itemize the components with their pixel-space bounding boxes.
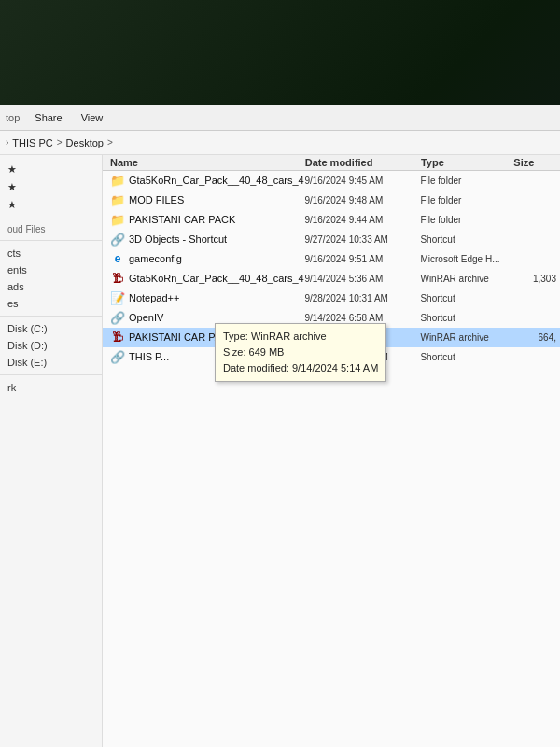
col-header-date[interactable]: Date modified (305, 157, 421, 168)
notepad-icon: 📝 (110, 290, 125, 305)
thispc-shortcut-icon: 🔗 (110, 349, 125, 364)
cloud-files-label: oud Files (0, 222, 102, 236)
file-date: 9/14/2024 6:58 AM (304, 313, 420, 323)
file-tooltip: Type: WinRAR archive Size: 649 MB Date m… (215, 323, 386, 382)
table-row[interactable]: 🔗 3D Objects - Shortcut 9/27/2024 10:33 … (103, 230, 560, 249)
address-bar: › THIS PC > Desktop > (0, 131, 560, 155)
screen: top Share View › THIS PC > Desktop > ★ ★… (0, 0, 560, 747)
file-date: 9/16/2024 9:51 AM (304, 254, 420, 264)
tooltip-date: Date modified: 9/14/2024 5:14 AM (223, 360, 378, 376)
sidebar-item-cts[interactable]: cts (0, 245, 102, 261)
table-row[interactable]: 🗜 Gta5KoRn_Car_Pack__40_48_cars_41_.... … (103, 269, 560, 289)
file-date: 9/14/2024 5:36 AM (304, 274, 420, 284)
sidebar-divider1 (0, 218, 102, 218)
file-date: 9/16/2024 9:45 AM (304, 176, 420, 186)
file-name: 🗜 Gta5KoRn_Car_Pack__40_48_cars_41_.... (103, 271, 304, 286)
window-title-stub: top (6, 112, 25, 123)
sidebar-item-es[interactable]: es (0, 295, 102, 312)
sidebar-item-rk[interactable]: rk (0, 379, 102, 396)
sidebar-divider2 (0, 240, 102, 241)
file-type: Shortcut (420, 352, 512, 362)
toolbar: top Share View (0, 105, 560, 131)
sidebar-item-star2[interactable]: ★ (0, 178, 102, 196)
sidebar-item-diskc[interactable]: Disk (C:) (0, 320, 102, 337)
col-header-size[interactable]: Size (513, 157, 560, 168)
sidebar-item-ads[interactable]: ads (0, 278, 102, 295)
sidebar: ★ ★ ★ oud Files cts ents ads es Disk (C:… (0, 155, 103, 747)
file-type: File folder (420, 215, 512, 225)
folder-icon: 📁 (110, 212, 125, 227)
file-list: Name Date modified Type Size 📁 Gta5KoRn_… (103, 155, 560, 747)
view-button[interactable]: View (72, 110, 113, 125)
winrar-icon: 🗜 (110, 271, 125, 286)
shortcut-icon: 🔗 (110, 232, 125, 247)
table-row[interactable]: 📝 Notepad++ 9/28/2024 10:31 AM Shortcut (103, 289, 560, 308)
sidebar-divider4 (0, 374, 102, 375)
file-size: 664, (513, 332, 560, 343)
breadcrumb-thispc[interactable]: THIS PC (12, 137, 52, 148)
file-name: 📁 Gta5KoRn_Car_Pack__40_48_cars_41_.... (103, 173, 304, 188)
file-type: Shortcut (420, 234, 512, 245)
sidebar-item-diskd[interactable]: Disk (D:) (0, 337, 102, 354)
file-type: File folder (420, 176, 512, 186)
tooltip-type: Type: WinRAR archive (223, 329, 378, 345)
file-date: 9/16/2024 9:48 AM (304, 195, 420, 205)
col-header-type[interactable]: Type (421, 157, 513, 168)
breadcrumb-sep2: > (107, 137, 113, 148)
sidebar-divider3 (0, 316, 102, 317)
col-header-name[interactable]: Name (103, 157, 305, 168)
file-name: 🔗 3D Objects - Shortcut (103, 232, 304, 247)
file-name: 📁 MOD FILES (103, 192, 304, 207)
folder-icon: 📁 (110, 173, 125, 188)
file-size: 1,303 (513, 274, 560, 284)
file-name: e gameconfig (103, 251, 304, 266)
sidebar-item-diske[interactable]: Disk (E:) (0, 354, 102, 371)
folder-icon: 📁 (110, 192, 125, 207)
breadcrumb-sep1: > (57, 137, 63, 148)
column-headers: Name Date modified Type Size (103, 155, 560, 171)
file-type: Shortcut (420, 293, 512, 303)
tooltip-size: Size: 649 MB (223, 345, 378, 360)
sidebar-item-star3[interactable]: ★ (0, 196, 102, 214)
table-row[interactable]: e gameconfig 9/16/2024 9:51 AM Microsoft… (103, 249, 560, 269)
main-content: ★ ★ ★ oud Files cts ents ads es Disk (C:… (0, 155, 560, 747)
file-type: Shortcut (420, 313, 512, 323)
file-date: 9/16/2024 9:44 AM (304, 215, 420, 225)
file-name: 📝 Notepad++ (103, 290, 304, 305)
file-type: Microsoft Edge H... (420, 254, 512, 264)
file-type: File folder (420, 195, 512, 205)
file-type: WinRAR archive (420, 274, 512, 284)
breadcrumb: THIS PC > Desktop > (12, 137, 112, 148)
file-date: 9/28/2024 10:31 AM (304, 293, 420, 303)
openiv-icon: 🔗 (110, 310, 125, 325)
file-name: 📁 PAKISTANI CAR PACK (103, 212, 304, 227)
table-row[interactable]: 📁 Gta5KoRn_Car_Pack__40_48_cars_41_.... … (103, 171, 560, 190)
table-row[interactable]: 📁 MOD FILES 9/16/2024 9:48 AM File folde… (103, 190, 560, 210)
breadcrumb-desktop[interactable]: Desktop (66, 137, 104, 148)
file-type: WinRAR archive (420, 332, 512, 343)
sidebar-item-star1[interactable]: ★ (0, 161, 102, 178)
table-row[interactable]: 📁 PAKISTANI CAR PACK 9/16/2024 9:44 AM F… (103, 210, 560, 230)
file-date: 9/27/2024 10:33 AM (304, 234, 420, 245)
sidebar-item-ents[interactable]: ents (0, 261, 102, 278)
back-icon[interactable]: › (6, 137, 8, 148)
edge-icon: e (110, 251, 125, 266)
explorer-window: top Share View › THIS PC > Desktop > ★ ★… (0, 105, 560, 747)
winrar-icon2: 🗜 (110, 330, 125, 345)
share-button[interactable]: Share (25, 110, 71, 125)
